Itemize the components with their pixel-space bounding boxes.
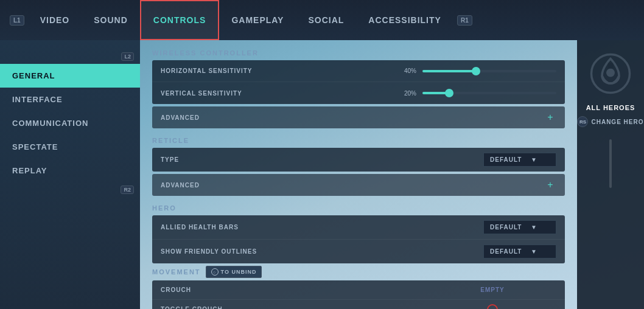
wireless-controller-panel: HORIZONTAL SENSITIVITY 40% VERTICAL SENS… xyxy=(152,60,565,104)
tab-social[interactable]: SOCIAL xyxy=(296,0,356,40)
horizontal-sensitivity-label: HORIZONTAL SENSITIVITY xyxy=(161,68,404,74)
change-hero-button[interactable]: RS CHANGE HERO xyxy=(577,116,643,127)
wireless-controller-title: WIRELESS CONTROLLER xyxy=(152,49,565,57)
vertical-sensitivity-value: 20% xyxy=(404,90,416,97)
crouch-value: EMPTY xyxy=(420,282,565,298)
horizontal-sensitivity-slider[interactable] xyxy=(422,70,556,72)
slider-track xyxy=(422,70,556,72)
settings-content: WIRELESS CONTROLLER HORIZONTAL SENSITIVI… xyxy=(140,40,577,309)
toggle-crouch-row: TOGGLE CROUCH xyxy=(152,300,565,309)
crouch-row: CROUCH EMPTY xyxy=(152,280,565,300)
dropdown-arrow-icon: ▼ xyxy=(531,156,537,163)
vertical-sensitivity-slider[interactable] xyxy=(422,92,556,94)
reticle-advanced-expand[interactable]: + xyxy=(544,179,556,191)
vertical-sensitivity-label: VERTICAL SENSITIVITY xyxy=(161,90,404,97)
l1-badge: L1 xyxy=(10,15,24,26)
toggle-crouch-label: TOGGLE CROUCH xyxy=(152,301,420,309)
hero-panel: ALLIED HEALTH BARS DEFAULT ▼ SHOW FRIEND… xyxy=(152,215,565,263)
sidebar-item-replay[interactable]: REPLAY xyxy=(0,159,140,182)
wireless-advanced-row[interactable]: ADVANCED + xyxy=(152,106,565,128)
toggle-crouch-icon xyxy=(420,304,565,310)
rs-badge: RS xyxy=(577,116,588,127)
slider-thumb-v xyxy=(445,89,453,97)
r1-badge: R1 xyxy=(457,15,472,26)
allied-health-row: ALLIED HEALTH BARS DEFAULT ▼ xyxy=(152,215,565,240)
horizontal-sensitivity-row: HORIZONTAL SENSITIVITY 40% xyxy=(152,60,565,82)
scroll-bar[interactable] xyxy=(609,139,612,188)
all-heroes-label: ALL HEROES xyxy=(586,104,635,111)
friendly-outlines-value: DEFAULT xyxy=(490,248,522,255)
reticle-panel: TYPE DEFAULT ▼ xyxy=(152,148,565,172)
l2-badge: L2 xyxy=(121,52,134,61)
sidebar-item-general[interactable]: GENERAL xyxy=(0,64,140,88)
reticle-type-value: DEFAULT xyxy=(490,156,522,163)
sidebar-item-communication[interactable]: COMMUNICATION xyxy=(0,111,140,135)
crouch-label: CROUCH xyxy=(152,282,420,298)
wireless-advanced-expand[interactable]: + xyxy=(544,111,556,123)
circle-unbind-icon: ○ xyxy=(211,268,219,276)
vertical-sensitivity-row: VERTICAL SENSITIVITY 20% xyxy=(152,82,565,104)
movement-header: MOVEMENT ○ TO UNBIND xyxy=(152,266,565,278)
friendly-outlines-label: SHOW FRIENDLY OUTLINES xyxy=(161,248,483,255)
tab-sound[interactable]: SOUND xyxy=(82,0,140,40)
tab-video[interactable]: VIDEO xyxy=(28,0,82,40)
sidebar-item-interface[interactable]: INTERFACE xyxy=(0,88,140,111)
reticle-type-label: TYPE xyxy=(161,156,483,163)
r2-badge: R2 xyxy=(121,186,134,194)
tab-accessibility[interactable]: ACCESSIBILITY xyxy=(356,0,453,40)
hero-title: HERO xyxy=(152,204,565,212)
dropdown-arrow-icon3: ▼ xyxy=(531,248,537,255)
movement-panel: CROUCH EMPTY TOGGLE CROUCH JUMP ✕ xyxy=(152,280,565,309)
circle-red-icon xyxy=(487,304,498,310)
overwatch-logo xyxy=(589,52,632,95)
sidebar: L2 GENERAL INTERFACE COMMUNICATION SPECT… xyxy=(0,40,140,309)
friendly-outlines-row: SHOW FRIENDLY OUTLINES DEFAULT ▼ xyxy=(152,240,565,263)
svg-point-1 xyxy=(606,69,615,77)
sidebar-item-spectate[interactable]: SPECTATE xyxy=(0,135,140,159)
tab-controls[interactable]: CONTROLS xyxy=(140,0,220,40)
movement-title: MOVEMENT xyxy=(152,268,201,276)
reticle-type-row: TYPE DEFAULT ▼ xyxy=(152,148,565,172)
wireless-advanced-label: ADVANCED xyxy=(161,114,200,121)
reticle-title: RETICLE xyxy=(152,137,565,144)
reticle-advanced-row[interactable]: ADVANCED + xyxy=(152,174,565,196)
slider-thumb xyxy=(472,67,480,75)
unbind-badge[interactable]: ○ TO UNBIND xyxy=(206,266,262,278)
allied-health-dropdown[interactable]: DEFAULT ▼ xyxy=(483,220,556,234)
allied-health-value: DEFAULT xyxy=(490,224,522,231)
right-panel: ALL HEROES RS CHANGE HERO xyxy=(577,40,644,309)
top-navigation: L1 VIDEO SOUND CONTROLS GAMEPLAY SOCIAL … xyxy=(0,0,644,40)
change-hero-label: CHANGE HERO xyxy=(591,119,643,125)
main-layout: L2 GENERAL INTERFACE COMMUNICATION SPECT… xyxy=(0,40,644,309)
dropdown-arrow-icon2: ▼ xyxy=(531,224,537,231)
allied-health-label: ALLIED HEALTH BARS xyxy=(161,224,483,231)
horizontal-sensitivity-value: 40% xyxy=(404,68,416,74)
tab-gameplay[interactable]: GAMEPLAY xyxy=(219,0,296,40)
slider-track-v xyxy=(422,92,556,94)
friendly-outlines-dropdown[interactable]: DEFAULT ▼ xyxy=(483,245,556,259)
reticle-advanced-label: ADVANCED xyxy=(161,182,200,189)
reticle-type-dropdown[interactable]: DEFAULT ▼ xyxy=(483,153,556,167)
slider-fill xyxy=(422,70,476,72)
unbind-label: TO UNBIND xyxy=(221,269,257,275)
